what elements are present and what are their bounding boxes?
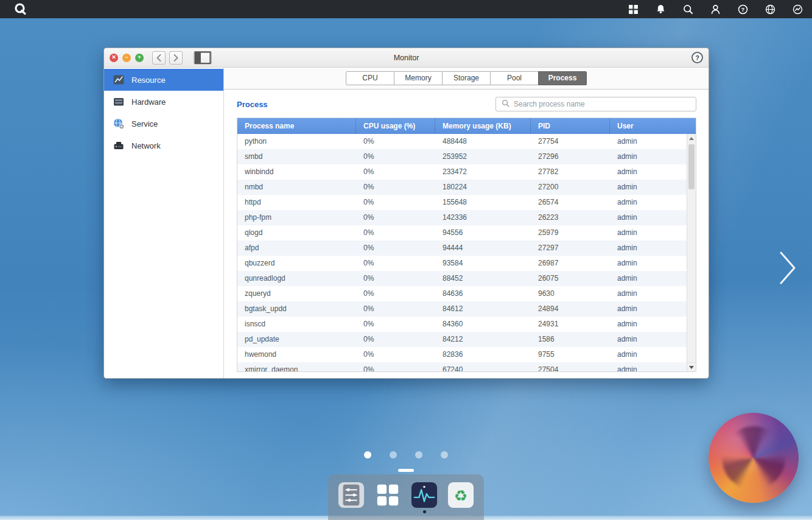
table-cell: 0% <box>356 271 435 286</box>
close-button[interactable]: ✕ <box>110 54 118 62</box>
desktop-page-dot[interactable] <box>364 451 371 459</box>
table-cell: 253952 <box>435 149 531 164</box>
table-row[interactable]: httpd0%15564826574admin <box>237 195 696 210</box>
table-row[interactable]: smbd0%25395227296admin <box>237 149 696 164</box>
svg-text:♻: ♻ <box>454 487 467 504</box>
table-cell: 0% <box>356 286 435 301</box>
main-menu-icon[interactable] <box>628 4 639 15</box>
process-search-box[interactable] <box>495 97 696 111</box>
table-cell: 82836 <box>435 347 531 362</box>
table-cell: winbindd <box>237 164 356 180</box>
table-cell: admin <box>610 317 696 332</box>
table-row[interactable]: qunreadlogd0%8845226075admin <box>237 271 696 286</box>
table-cell: pd_update <box>237 332 356 347</box>
resource-monitor-dock-item[interactable] <box>411 482 438 520</box>
language-icon[interactable] <box>765 4 776 15</box>
sidebar-item-service[interactable]: Service <box>104 113 223 135</box>
table-cell: 84360 <box>435 317 531 332</box>
table-row[interactable]: hwemond0%828369755admin <box>237 347 696 362</box>
table-cell: python <box>237 134 356 149</box>
table-cell: admin <box>610 301 696 317</box>
table-row[interactable]: qlogd0%9455625979admin <box>237 225 696 241</box>
table-cell: 0% <box>356 180 435 195</box>
table-row[interactable]: bgtask_updd0%8461224894admin <box>237 301 696 317</box>
column-header[interactable]: User <box>610 118 696 134</box>
forward-button[interactable] <box>169 51 183 65</box>
back-button[interactable] <box>152 51 166 65</box>
table-row[interactable]: pd_update0%842121586admin <box>237 332 696 347</box>
scroll-up-arrow[interactable] <box>687 134 696 143</box>
tab-memory[interactable]: Memory <box>394 71 443 85</box>
table-row[interactable]: nmbd0%18022427200admin <box>237 180 696 195</box>
notifications-icon[interactable] <box>655 4 667 15</box>
resource-monitor-icon <box>411 482 438 508</box>
app-center-dock-item[interactable] <box>374 482 401 520</box>
minimize-button[interactable]: − <box>122 54 131 62</box>
table-row[interactable]: xmirror_daemon0%6724027504admin <box>237 362 696 371</box>
search-input[interactable] <box>514 100 690 108</box>
table-cell: 84612 <box>435 301 531 317</box>
section-title: Process <box>237 100 268 109</box>
desktop-page-dot[interactable] <box>441 451 448 459</box>
table-row[interactable]: zqueryd0%846369630admin <box>237 286 696 301</box>
network-icon <box>113 139 125 152</box>
dock-handle[interactable] <box>398 469 414 472</box>
desktop-page-dot[interactable] <box>415 451 422 459</box>
table-cell: 27296 <box>531 149 610 164</box>
table-cell: 84636 <box>435 286 531 301</box>
recycle-bin-dock-item[interactable]: ♻ <box>447 482 474 520</box>
table-cell: 0% <box>356 347 435 362</box>
desktop-page-dots <box>364 451 448 459</box>
vertical-scrollbar[interactable] <box>687 134 696 371</box>
column-header[interactable]: PID <box>531 118 610 134</box>
table-row[interactable]: afpd0%9444427297admin <box>237 241 696 256</box>
table-cell: hwemond <box>237 347 356 362</box>
search-icon[interactable] <box>682 4 694 15</box>
dashboard-icon[interactable] <box>792 4 803 15</box>
sidebar-item-resource[interactable]: Resource <box>104 69 223 91</box>
table-row[interactable]: winbindd0%23347227782admin <box>237 164 696 180</box>
table-cell: admin <box>610 362 696 371</box>
table-row[interactable]: qbuzzerd0%9358426987admin <box>237 256 696 271</box>
sidebar-item-network[interactable]: Network <box>104 135 223 156</box>
table-cell: 0% <box>356 134 435 149</box>
tab-pool[interactable]: Pool <box>490 71 539 85</box>
table-row[interactable]: php-fpm0%14233626223admin <box>237 210 696 225</box>
maximize-button[interactable]: + <box>135 54 144 62</box>
help-icon[interactable]: ? <box>737 4 749 15</box>
next-desktop-arrow[interactable] <box>779 251 796 285</box>
table-cell: 25979 <box>531 225 610 241</box>
user-icon[interactable] <box>710 4 721 15</box>
table-cell: 488448 <box>435 134 531 149</box>
table-row[interactable]: python0%48844827754admin <box>237 134 696 149</box>
qnap-logo-icon[interactable] <box>13 2 27 16</box>
window-sidebar: ResourceHardwareServiceNetwork <box>104 68 224 378</box>
table-cell: admin <box>610 256 696 271</box>
table-cell: 0% <box>356 164 435 180</box>
table-cell: 142336 <box>435 210 531 225</box>
table-row[interactable]: isnscd0%8436024931admin <box>237 317 696 332</box>
table-cell: 67240 <box>435 362 531 371</box>
sidebar-item-hardware[interactable]: Hardware <box>104 91 223 113</box>
table-cell: qunreadlogd <box>237 271 356 286</box>
sidebar-toggle-button[interactable] <box>194 51 212 65</box>
scrollbar-thumb[interactable] <box>688 144 695 189</box>
window-help-button[interactable]: ? <box>691 52 703 63</box>
control-panel-dock-item[interactable] <box>338 482 365 520</box>
tab-cpu[interactable]: CPU <box>346 71 394 85</box>
desktop-page-dot[interactable] <box>390 451 397 459</box>
table-cell: 27754 <box>531 134 610 149</box>
column-header[interactable]: Process name <box>237 118 356 134</box>
tab-process[interactable]: Process <box>538 71 587 85</box>
table-cell: admin <box>610 195 696 210</box>
table-cell: admin <box>610 210 696 225</box>
table-cell: httpd <box>237 195 356 210</box>
table-cell: 88452 <box>435 271 531 286</box>
column-header[interactable]: Memory usage (KB) <box>435 118 531 134</box>
tab-storage[interactable]: Storage <box>442 71 491 85</box>
table-cell: 0% <box>356 241 435 256</box>
scroll-down-arrow[interactable] <box>687 362 696 371</box>
column-header[interactable]: CPU usage (%) <box>356 118 435 134</box>
process-content: Process Process nameCPU usage (%)Memory … <box>224 90 709 378</box>
table-cell: afpd <box>237 241 356 256</box>
